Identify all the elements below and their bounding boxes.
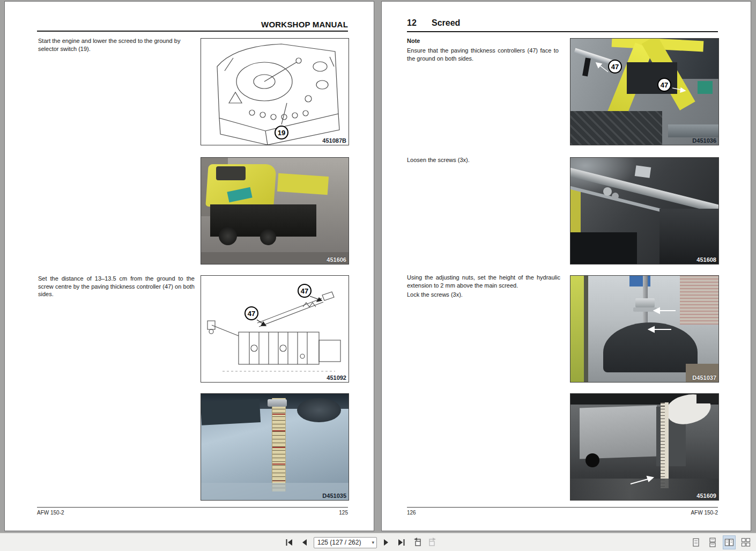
page-number-input[interactable] bbox=[317, 539, 367, 546]
footer-rule bbox=[407, 507, 718, 508]
callout-47-lower: 47 bbox=[244, 306, 258, 320]
measuring-tape-shape bbox=[272, 398, 286, 491]
chevron-down-icon[interactable]: ▾ bbox=[372, 540, 374, 545]
photo-shape bbox=[603, 187, 612, 196]
next-view-icon bbox=[427, 537, 438, 548]
photo-shape bbox=[219, 227, 237, 245]
figure-451092: 47 47 451092 bbox=[201, 275, 349, 383]
callout-47-right: 47 bbox=[657, 78, 671, 92]
paragraph-lock: Lock the screws (3x). bbox=[407, 291, 560, 299]
photo-shape bbox=[297, 398, 342, 423]
pointer-arrows bbox=[570, 276, 719, 383]
manual-page-left: WORKSHOP MANUAL Start the engine and low… bbox=[4, 1, 374, 531]
photo-shape bbox=[635, 165, 651, 178]
two-page-view-button[interactable] bbox=[723, 535, 736, 549]
photo-shape bbox=[277, 173, 329, 194]
previous-view-button[interactable] bbox=[411, 536, 424, 549]
figure-id-label: 451609 bbox=[696, 493, 716, 499]
figure-D451036: 47 47 D451036 bbox=[570, 38, 719, 145]
footer-page-number: 126 bbox=[407, 510, 416, 516]
manual-page-right: 12 Screed Note Ensure that the paving th… bbox=[381, 1, 751, 531]
screed-line-drawing bbox=[201, 276, 349, 383]
photo-shape bbox=[216, 166, 246, 180]
footer-model: AFW 150-2 bbox=[37, 510, 64, 516]
next-view-button[interactable] bbox=[426, 536, 439, 549]
continuous-view-icon bbox=[707, 537, 718, 548]
paragraph-start-engine: Start the engine and lower the screed to… bbox=[38, 37, 197, 53]
callout-47-label: 47 bbox=[301, 287, 308, 295]
last-page-icon bbox=[397, 538, 406, 547]
note-text: Ensure that the paving thickness control… bbox=[407, 47, 559, 62]
callout-19-label: 19 bbox=[278, 129, 285, 137]
viewer-toolbar: ▾ bbox=[0, 533, 756, 551]
photo-shape bbox=[570, 189, 581, 232]
photo-shape bbox=[659, 209, 718, 264]
single-page-view-icon bbox=[691, 537, 701, 548]
paragraph-set-distance: Set the distance of 13–13.5 cm from the … bbox=[38, 275, 195, 298]
callout-19: 19 bbox=[275, 126, 288, 139]
note-label: Note bbox=[407, 38, 420, 44]
first-page-button[interactable] bbox=[283, 536, 295, 549]
callout-47-label: 47 bbox=[661, 81, 668, 89]
continuous-view-button[interactable] bbox=[706, 535, 719, 549]
photo-shape bbox=[268, 399, 287, 407]
next-page-button[interactable] bbox=[380, 536, 392, 549]
photo-shape bbox=[260, 229, 276, 245]
last-page-button[interactable] bbox=[395, 536, 408, 549]
callout-47-left: 47 bbox=[608, 60, 622, 74]
callout-47-upper: 47 bbox=[298, 284, 312, 298]
callout-47-label: 47 bbox=[248, 310, 255, 318]
figure-451609: 451609 bbox=[570, 393, 719, 501]
page-navigation: ▾ bbox=[283, 535, 439, 549]
paragraph-adjusting: Using the adjusting nuts, set the height… bbox=[407, 274, 560, 289]
footer-page-number: 125 bbox=[339, 510, 348, 516]
figure-id-label: D451037 bbox=[692, 374, 716, 381]
section-title: Screed bbox=[432, 18, 460, 28]
page-layout-controls bbox=[690, 535, 752, 549]
previous-page-button[interactable] bbox=[298, 536, 311, 549]
figure-451087B: 19 451087B bbox=[201, 38, 349, 145]
two-page-continuous-view-button[interactable] bbox=[739, 535, 752, 549]
callout-arrows bbox=[570, 39, 719, 145]
footer-model: AFW 150-2 bbox=[691, 510, 718, 516]
first-page-icon bbox=[284, 538, 294, 547]
figure-id-label: D451036 bbox=[692, 137, 716, 144]
figure-D451037: D451037 bbox=[570, 275, 719, 383]
page-number-combo[interactable]: ▾ bbox=[314, 537, 377, 548]
two-page-view-icon bbox=[724, 537, 735, 548]
previous-view-icon bbox=[412, 537, 423, 548]
page-title: WORKSHOP MANUAL bbox=[261, 20, 348, 29]
figure-id-label: 451092 bbox=[327, 374, 346, 381]
figure-id-label: 451608 bbox=[696, 256, 716, 263]
paragraph-loosen: Loosen the screws (3x). bbox=[407, 156, 560, 164]
pointer-arrow bbox=[570, 394, 719, 501]
header-rule bbox=[407, 31, 718, 32]
two-page-continuous-view-icon bbox=[740, 537, 751, 548]
header-rule bbox=[37, 31, 348, 32]
callout-47-label: 47 bbox=[611, 63, 619, 71]
footer-rule bbox=[37, 507, 348, 508]
document-view: WORKSHOP MANUAL Start the engine and low… bbox=[0, 0, 756, 533]
figure-451608: 451608 bbox=[570, 157, 719, 265]
single-page-view-button[interactable] bbox=[690, 535, 702, 549]
previous-page-icon bbox=[300, 538, 309, 547]
figure-id-label: 451087B bbox=[322, 137, 346, 144]
photo-shape bbox=[570, 232, 637, 264]
next-page-icon bbox=[381, 538, 391, 547]
section-number: 12 bbox=[407, 18, 417, 28]
figure-id-label: D451035 bbox=[322, 493, 346, 499]
photo-shape bbox=[201, 399, 261, 425]
figure-id-label: 451606 bbox=[327, 256, 346, 263]
figure-D451035: D451035 bbox=[201, 393, 349, 501]
figure-451606: 451606 bbox=[201, 157, 349, 265]
